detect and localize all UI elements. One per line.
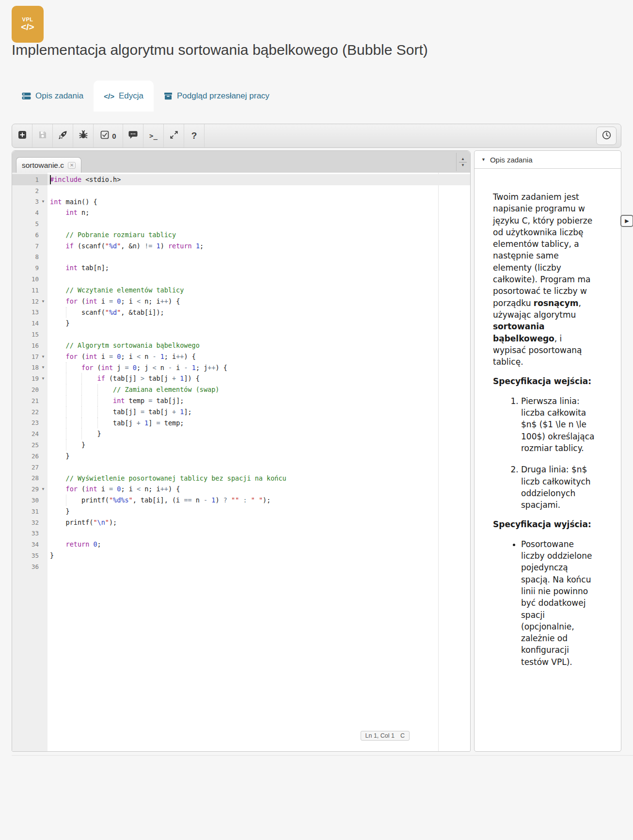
indent-guide xyxy=(97,384,98,395)
code-line[interactable]: int main() { xyxy=(47,196,470,208)
fold-icon[interactable]: ▼ xyxy=(39,487,47,491)
save-button[interactable] xyxy=(32,124,53,147)
gutter-line-number: 26 xyxy=(12,451,47,462)
evaluate-button[interactable]: 0 xyxy=(94,124,123,147)
fold-icon[interactable]: ▼ xyxy=(39,365,47,370)
description-panel-header[interactable]: ▼ Opis zadania xyxy=(475,151,621,169)
file-tab-sortowanie-c[interactable]: sortowanie.c ✕ xyxy=(16,157,81,173)
file-tab-strip: sortowanie.c ✕ ▲ ▼ xyxy=(12,151,470,173)
clock-icon xyxy=(601,130,612,142)
code-line[interactable]: tab[j] = tab[j + 1]; xyxy=(47,406,470,418)
gutter-line-number: 25 xyxy=(12,439,47,451)
code-line[interactable] xyxy=(47,462,470,473)
code-line[interactable]: } xyxy=(47,439,470,451)
new-file-button[interactable] xyxy=(12,124,32,147)
code-line[interactable]: printf("%d%s", tab[i], (i == n - 1) ? ""… xyxy=(47,495,470,506)
code-line[interactable]: printf("\n"); xyxy=(47,517,470,528)
code-line[interactable]: #include <stdio.h> xyxy=(47,174,470,185)
help-button[interactable]: ? xyxy=(184,124,205,147)
gutter-line-number: 23 xyxy=(12,418,47,429)
code-line[interactable]: for (int j = 0; j < n - i - 1; j++) { xyxy=(47,362,470,373)
fold-icon[interactable]: ▼ xyxy=(39,376,47,381)
gutter-line-number: 15 xyxy=(12,329,47,340)
code-line[interactable]: tab[j + 1] = temp; xyxy=(47,418,470,429)
tab-podglad-przeslanej-pracy[interactable]: Podgląd przesłanej pracy xyxy=(154,81,280,112)
fold-icon[interactable]: ▼ xyxy=(39,355,47,359)
code-line[interactable] xyxy=(47,528,470,539)
gutter-line-number: 4 xyxy=(12,207,47,218)
main-tabs: Opis zadania </> Edycja Podgląd przesłan… xyxy=(12,81,280,112)
code-line[interactable] xyxy=(47,329,470,340)
list-item: Druga linia: $n$ liczb całkowitych oddzi… xyxy=(521,464,596,511)
debug-button[interactable] xyxy=(73,124,94,147)
output-spec-list: Posortowane liczby oddzielone pojedynczą… xyxy=(493,538,596,668)
code-line[interactable] xyxy=(47,252,470,263)
gutter-line-number: 27 xyxy=(12,462,47,473)
gutter-line-number: 19▼ xyxy=(12,373,47,384)
code-editor-pane: sortowanie.c ✕ ▲ ▼ 123▼456789101112▼1314… xyxy=(12,150,471,752)
play-description-button[interactable]: ▶ xyxy=(620,215,633,227)
list-item: Posortowane liczby oddzielone pojedynczą… xyxy=(521,538,596,668)
evaluate-count-badge: 0 xyxy=(112,132,116,140)
code-line[interactable] xyxy=(47,561,470,572)
indent-guide xyxy=(66,495,66,506)
code-line[interactable]: // Zamiana elementów (swap) xyxy=(47,384,470,395)
task-description-panel: ▼ Opis zadania ▶ Twoim zadaniem jest nap… xyxy=(474,150,621,752)
run-button[interactable] xyxy=(53,124,73,147)
code-line[interactable]: for (int i = 0; i < n - 1; i++) { xyxy=(47,351,470,362)
code-area[interactable]: #include <stdio.h>int main() { int n; //… xyxy=(47,173,470,751)
scroll-down-icon[interactable]: ▼ xyxy=(461,162,465,168)
code-line[interactable]: } xyxy=(47,451,470,462)
code-line[interactable]: } xyxy=(47,506,470,517)
comments-icon xyxy=(128,130,138,142)
language-indicator: C xyxy=(400,732,405,739)
gutter-line-number: 10 xyxy=(12,274,47,285)
scroll-up-icon[interactable]: ▲ xyxy=(461,156,465,162)
code-line[interactable]: if (scanf("%d", &n) != 1) return 1; xyxy=(47,241,470,252)
code-line[interactable]: // Wczytanie elementów tablicy xyxy=(47,285,470,296)
console-button[interactable]: >_ xyxy=(143,124,164,147)
fold-icon[interactable]: ▼ xyxy=(39,199,47,204)
code-line[interactable]: // Wyświetlenie posortowanej tablicy bez… xyxy=(47,473,470,484)
fullscreen-button[interactable] xyxy=(164,124,184,147)
code-line[interactable]: scanf("%d", &tab[i]); xyxy=(47,307,470,318)
code-line[interactable]: } xyxy=(47,318,470,329)
code-line[interactable]: } xyxy=(47,428,470,439)
editor-toolbar: 0 >_ ? xyxy=(12,124,621,148)
vpl-logo[interactable]: VPL </> xyxy=(12,6,44,43)
gutter-line-number: 20 xyxy=(12,384,47,395)
gutter-line-number: 24 xyxy=(12,428,47,439)
indent-guide xyxy=(66,384,66,395)
gutter-line-number: 30 xyxy=(12,495,47,506)
code-line[interactable] xyxy=(47,185,470,196)
editor-body[interactable]: 123▼456789101112▼1314151617▼18▼19▼202122… xyxy=(12,173,470,751)
indent-guide xyxy=(81,395,82,406)
code-line[interactable]: int tab[n]; xyxy=(47,262,470,274)
history-button[interactable] xyxy=(596,127,617,145)
fullscreen-icon xyxy=(169,130,179,142)
code-line[interactable] xyxy=(47,218,470,229)
code-line[interactable]: int n; xyxy=(47,207,470,218)
tab-opis-zadania[interactable]: Opis zadania xyxy=(12,81,94,112)
debug-bug-icon xyxy=(79,130,88,142)
code-line[interactable]: // Algorytm sortowania bąbelkowego xyxy=(47,340,470,351)
close-file-icon[interactable]: ✕ xyxy=(68,162,76,169)
code-line[interactable]: // Pobranie rozmiaru tablicy xyxy=(47,229,470,241)
code-line[interactable]: int temp = tab[j]; xyxy=(47,395,470,406)
indent-guide xyxy=(81,406,82,418)
fold-icon[interactable]: ▼ xyxy=(39,299,47,304)
code-line[interactable]: } xyxy=(47,550,470,561)
cursor-status: Ln 1, Col 1 C xyxy=(361,731,410,741)
code-line[interactable]: if (tab[j] > tab[j + 1]) { xyxy=(47,373,470,384)
code-line[interactable]: for (int i = 0; i < n; i++) { xyxy=(47,484,470,495)
gutter-line-number: 2 xyxy=(12,185,47,196)
panel-description: ▶ Twoim zadaniem jest napisanie programu… xyxy=(475,169,596,668)
toolbar-button-group: 0 >_ ? xyxy=(12,124,205,147)
comments-button[interactable] xyxy=(123,124,143,147)
code-line[interactable]: return 0; xyxy=(47,539,470,550)
gutter-line-number: 1 xyxy=(12,174,47,185)
code-line[interactable]: for (int i = 0; i < n; i++) { xyxy=(47,296,470,307)
tab-edycja[interactable]: </> Edycja xyxy=(94,81,154,112)
indent-guide xyxy=(97,406,98,418)
code-line[interactable] xyxy=(47,274,470,285)
